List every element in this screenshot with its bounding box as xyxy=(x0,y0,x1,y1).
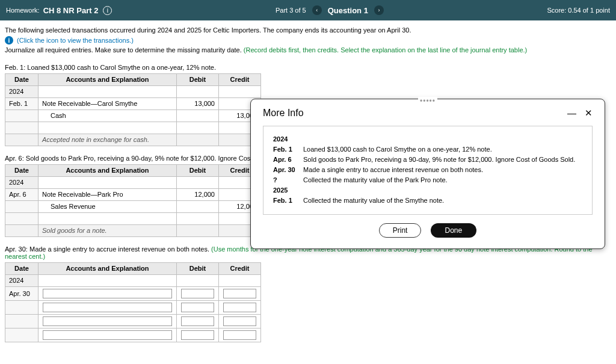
explanation-cell[interactable]: Sold goods for a note. xyxy=(38,224,177,236)
col-date: Date xyxy=(5,73,38,85)
debit-cell[interactable]: 12,000 xyxy=(177,188,219,200)
date-cell: Feb. 1 xyxy=(5,97,38,110)
score-text: Score: 0.54 of 1 point xyxy=(547,7,610,14)
question-label: Question 1 xyxy=(328,6,368,15)
col-acct: Accounts and Explanation xyxy=(38,73,177,85)
center-nav: Part 3 of 5 ‹ Question 1 › xyxy=(276,5,384,15)
journal-table-1: Date Accounts and Explanation Debit Cred… xyxy=(5,73,261,146)
print-button[interactable]: Print xyxy=(379,223,422,238)
account-cell[interactable]: Note Receivable—Park Pro xyxy=(38,188,177,200)
drag-handle-icon[interactable]: ••••• xyxy=(418,97,437,105)
journal-table-2: Date Accounts and Explanation Debit Cred… xyxy=(5,164,261,237)
part-label: Part 3 of 5 xyxy=(276,7,306,14)
journal-table-3: Date Accounts and Explanation Debit Cred… xyxy=(5,262,261,342)
instruction-note: (Record debits first, then credits. Sele… xyxy=(244,46,527,54)
view-transactions-link[interactable]: (Click the icon to view the transactions… xyxy=(17,37,134,44)
top-bar: Homework: CH 8 NR Part 2 i Part 3 of 5 ‹… xyxy=(0,0,616,20)
credit-input[interactable] xyxy=(219,286,261,300)
account-input[interactable] xyxy=(38,286,177,300)
content-area: The following selected transactions occu… xyxy=(0,20,616,342)
minimize-button[interactable]: — xyxy=(567,108,576,119)
more-info-modal: ••••• More Info — ✕ 2024 Feb. 1Loaned $1… xyxy=(250,99,605,249)
info-icon[interactable]: i xyxy=(103,6,112,15)
modal-year-2: 2025 xyxy=(273,187,582,194)
debit-input[interactable] xyxy=(177,286,219,300)
explanation-cell[interactable]: Accepted note in exchange for cash. xyxy=(38,134,177,146)
year-cell: 2024 xyxy=(5,85,38,97)
homework-title: CH 8 NR Part 2 xyxy=(43,6,99,15)
prev-question-button[interactable]: ‹ xyxy=(312,5,322,15)
modal-title: More Info xyxy=(263,108,304,119)
info-icon-small[interactable]: i xyxy=(5,36,13,45)
account-cell[interactable]: Cash xyxy=(38,110,177,122)
intro-line1: The following selected transactions occu… xyxy=(5,25,611,35)
homework-label: Homework: xyxy=(6,7,40,14)
modal-body: 2024 Feb. 1Loaned $13,000 cash to Carol … xyxy=(263,126,593,215)
debit-cell[interactable] xyxy=(177,110,219,122)
col-debit: Debit xyxy=(177,73,219,85)
instruction-text: Journalize all required entries. Make su… xyxy=(5,46,244,54)
close-button[interactable]: ✕ xyxy=(585,108,593,119)
account-cell[interactable]: Sales Revenue xyxy=(38,200,177,212)
debit-cell[interactable]: 13,000 xyxy=(177,97,219,110)
modal-year-1: 2024 xyxy=(273,135,582,143)
journal-entry-3: Apr. 30: Made a single entry to accrue i… xyxy=(5,245,611,342)
entry1-title: Feb. 1: Loaned $13,000 cash to Carol Smy… xyxy=(5,64,611,71)
col-credit: Credit xyxy=(219,73,261,85)
next-question-button[interactable]: › xyxy=(374,5,384,15)
done-button[interactable]: Done xyxy=(431,223,477,238)
account-cell[interactable]: Note Receivable—Carol Smythe xyxy=(38,97,177,110)
intro-text: The following selected transactions occu… xyxy=(5,25,611,55)
